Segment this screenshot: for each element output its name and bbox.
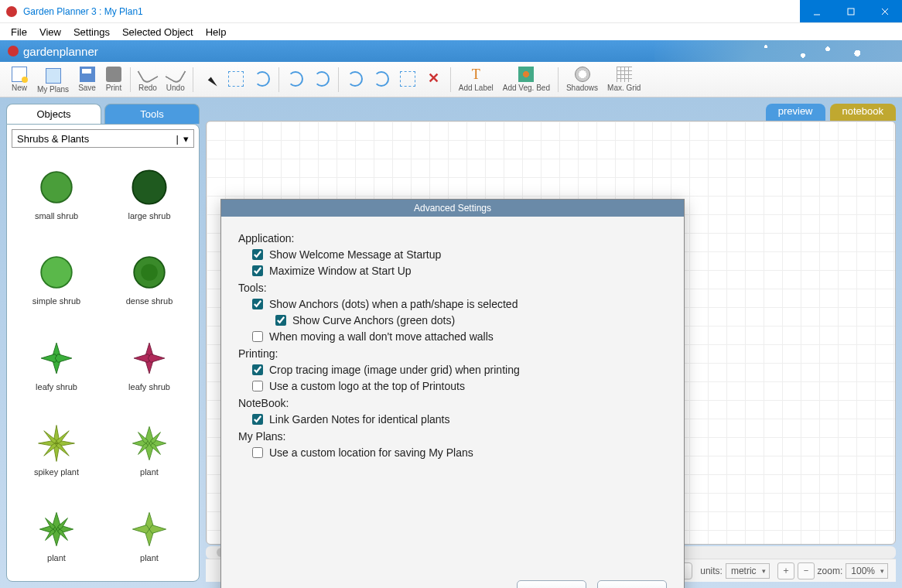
- brand-bar: gardenplanner: [0, 40, 902, 62]
- plant-icon: [36, 508, 77, 550]
- tool-redo[interactable]: Redo: [134, 62, 162, 97]
- option-curve-anchors[interactable]: Show Curve Anchors (green dots): [275, 314, 667, 326]
- close-button[interactable]: [868, 0, 902, 22]
- undo-icon: [165, 63, 186, 84]
- minimize-button[interactable]: [800, 0, 834, 22]
- tool-back[interactable]: [342, 62, 368, 97]
- spikey-icon: [36, 422, 77, 464]
- menu-help[interactable]: Help: [200, 25, 233, 39]
- dialog-body: Application: Show Welcome Message at Sta…: [221, 217, 684, 580]
- option-crop[interactable]: Crop tracing image (image under grid) wh…: [252, 364, 667, 376]
- svg-point-5: [41, 258, 72, 289]
- tool-shadows[interactable]: Shadows: [562, 62, 603, 97]
- ok-button[interactable]: OK: [517, 580, 586, 588]
- tool-add-label[interactable]: TAdd Label: [454, 62, 498, 97]
- tool-rotate[interactable]: [249, 62, 275, 97]
- palette-item[interactable]: plant: [104, 409, 194, 477]
- palette-item[interactable]: large shrub: [104, 152, 194, 220]
- tool-save[interactable]: Save: [73, 62, 101, 97]
- tool-delete[interactable]: ✕: [421, 62, 447, 97]
- shrub-icon: [128, 251, 170, 293]
- checkbox[interactable]: [252, 364, 263, 375]
- palette-item[interactable]: simple shrub: [12, 238, 101, 306]
- palette-item[interactable]: plant: [12, 494, 101, 562]
- side-panel: Objects Tools Shrubs & Plants |▾ small s…: [6, 104, 200, 582]
- app-icon: [6, 6, 17, 17]
- maximize-button[interactable]: [834, 0, 868, 22]
- tool-add-vegbed[interactable]: Add Veg. Bed: [498, 62, 555, 97]
- separator: [338, 67, 339, 92]
- palette-item[interactable]: leafy shrub: [12, 323, 101, 391]
- workspace: Objects Tools Shrubs & Plants |▾ small s…: [0, 97, 902, 588]
- tool-print[interactable]: Print: [101, 62, 127, 97]
- tool-rot-left[interactable]: [282, 62, 309, 97]
- tool-undo[interactable]: Undo: [162, 62, 190, 97]
- tab-preview[interactable]: preview: [766, 104, 825, 121]
- tool-rot-right[interactable]: [309, 62, 335, 97]
- option-customloc[interactable]: Use a custom location for saving My Plan…: [252, 446, 667, 459]
- advanced-settings-dialog: Advanced Settings Application: Show Welc…: [220, 199, 685, 588]
- palette-item[interactable]: plant: [104, 494, 194, 562]
- tool-duplicate[interactable]: [395, 62, 421, 97]
- section-myplans: My Plans:: [238, 430, 667, 443]
- rotate-left-icon: [288, 71, 303, 87]
- checkbox[interactable]: [275, 315, 286, 326]
- tool-new[interactable]: New: [6, 62, 32, 97]
- delete-icon: ✕: [426, 71, 442, 87]
- option-walls[interactable]: When moving a wall don't move attached w…: [252, 330, 667, 343]
- option-linknotes[interactable]: Link Garden Notes for identical plants: [252, 413, 667, 426]
- tool-move[interactable]: [196, 62, 223, 97]
- dialog-title: Advanced Settings: [221, 200, 684, 217]
- section-tools: Tools:: [238, 282, 667, 294]
- tab-objects[interactable]: Objects: [6, 104, 101, 124]
- veg-icon: [518, 67, 534, 82]
- send-back-icon: [347, 71, 363, 87]
- svg-point-4: [41, 172, 72, 203]
- checkbox[interactable]: [252, 447, 263, 458]
- palette-item[interactable]: dense shrub: [104, 238, 194, 306]
- option-logo[interactable]: Use a custom logo at the top of Printout…: [252, 380, 667, 392]
- checkbox[interactable]: [252, 414, 263, 425]
- zoom-select[interactable]: 100%: [846, 563, 888, 579]
- section-notebook: NoteBook:: [238, 397, 667, 409]
- brand-decor: [654, 40, 902, 62]
- menu-settings[interactable]: Settings: [67, 25, 116, 39]
- tool-resize[interactable]: [223, 62, 249, 97]
- tool-front[interactable]: [368, 62, 395, 97]
- window-title: Garden Planner 3 : My Plan1: [23, 6, 800, 17]
- dialog-actions: OK Cancel: [221, 580, 684, 588]
- checkbox[interactable]: [252, 331, 263, 342]
- menu-view[interactable]: View: [33, 25, 67, 39]
- option-welcome[interactable]: Show Welcome Message at Startup: [252, 248, 667, 261]
- brand-icon: [8, 46, 19, 56]
- tool-maxgrid[interactable]: Max. Grid: [603, 62, 645, 97]
- palette-item[interactable]: spikey plant: [12, 409, 101, 477]
- palette-item[interactable]: leafy shrub: [104, 323, 194, 391]
- cancel-button[interactable]: Cancel: [597, 580, 667, 588]
- zoom-group: ＋ － zoom: 100%: [777, 562, 888, 579]
- units-select[interactable]: metric: [726, 563, 770, 579]
- tab-tools[interactable]: Tools: [104, 104, 200, 124]
- menu-selected-object[interactable]: Selected Object: [116, 25, 200, 39]
- new-icon: [12, 67, 27, 82]
- zoom-out-icon[interactable]: －: [798, 562, 815, 579]
- divider: |: [176, 133, 179, 145]
- tab-notebook[interactable]: notebook: [830, 104, 897, 121]
- zoom-in-icon[interactable]: ＋: [777, 562, 794, 579]
- separator: [193, 67, 193, 92]
- tool-myplans[interactable]: My Plans: [32, 62, 73, 97]
- units-group: units: metric: [700, 563, 769, 579]
- object-palette: small shrub large shrub simple shrub den…: [12, 152, 194, 576]
- option-maximize[interactable]: Maximize Window at Start Up: [252, 265, 667, 277]
- plant-icon: [128, 508, 170, 550]
- checkbox[interactable]: [252, 249, 263, 260]
- resize-icon: [228, 71, 244, 87]
- option-anchors[interactable]: Show Anchors (dots) when a path/shape is…: [252, 298, 667, 310]
- checkbox[interactable]: [252, 299, 263, 309]
- palette-item[interactable]: small shrub: [12, 152, 101, 220]
- menu-file[interactable]: File: [5, 25, 33, 39]
- checkbox[interactable]: [252, 265, 263, 276]
- checkbox[interactable]: [252, 381, 263, 391]
- category-dropdown[interactable]: Shrubs & Plants |▾: [12, 129, 194, 148]
- cursor-icon: [202, 71, 217, 87]
